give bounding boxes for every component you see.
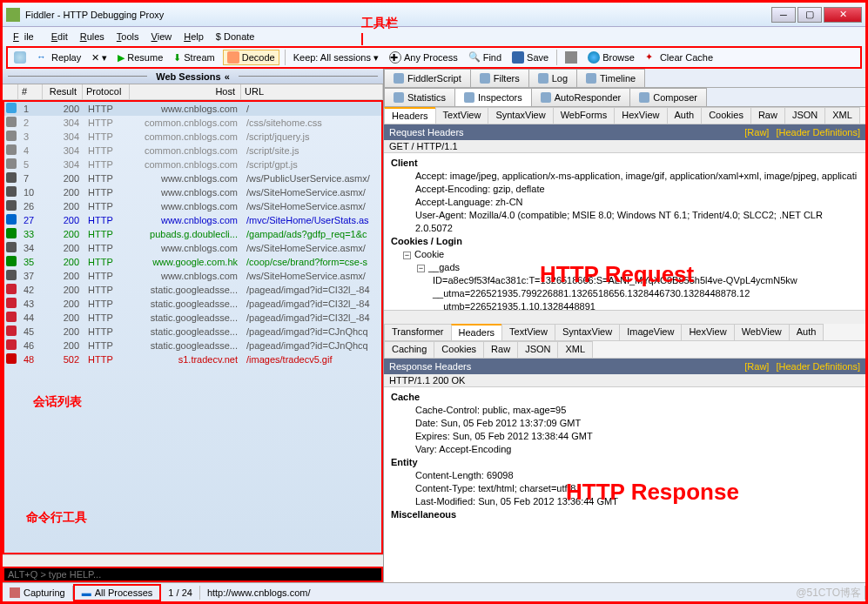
subtab-xml[interactable]: XML	[824, 107, 860, 124]
request-hscroll[interactable]	[384, 310, 865, 324]
remove-button[interactable]: ✕ ▾	[89, 51, 110, 64]
tab-tl[interactable]: Timeline	[576, 69, 645, 87]
decode-button[interactable]: Decode	[223, 50, 279, 65]
stream-button[interactable]: ⬇ Stream	[171, 51, 217, 64]
status-processes[interactable]: ▬All Processes	[73, 584, 162, 601]
session-row[interactable]: 7200HTTPwww.cnblogs.com/ws/PublicUserSer…	[4, 171, 381, 185]
status-count: 1 / 24	[161, 586, 200, 600]
statusbar: Capturing ▬All Processes 1 / 24 http://w…	[3, 582, 865, 601]
res-def-link[interactable]: [Header Definitions]	[776, 361, 860, 372]
menu-help[interactable]: Help	[178, 30, 209, 44]
resume-button[interactable]: ▶ Resume	[115, 51, 165, 64]
subtab-caching[interactable]: Caching	[384, 341, 434, 358]
subtab-xml[interactable]: XML	[557, 341, 593, 358]
find-button[interactable]: 🔍Find	[466, 50, 504, 64]
subtab-syntaxview[interactable]: SyntaxView	[488, 107, 553, 124]
menu-edit[interactable]: Edit	[46, 30, 73, 44]
sessions-hscroll[interactable]	[3, 554, 383, 567]
req-raw-link[interactable]: [Raw]	[744, 127, 769, 138]
col-protocol[interactable]: Protocol	[83, 84, 130, 99]
session-row[interactable]: 1200HTTPwww.cnblogs.com/	[4, 102, 381, 116]
maximize-button[interactable]: ▢	[797, 7, 822, 23]
tab-fl[interactable]: Filters	[470, 69, 529, 87]
session-row[interactable]: 26200HTTPwww.cnblogs.com/ws/SiteHomeServ…	[4, 199, 381, 213]
sessions-list[interactable]: 1200HTTPwww.cnblogs.com/2304HTTPcommon.c…	[3, 100, 383, 554]
col-id[interactable]: #	[18, 84, 43, 99]
subtab-auth[interactable]: Auth	[789, 324, 824, 340]
tree-toggle-icon[interactable]: −	[417, 265, 425, 272]
subtab-raw[interactable]: Raw	[483, 341, 518, 358]
response-headers-bar: Response Headers [Raw][Header Definition…	[384, 359, 865, 374]
subtab-imageview[interactable]: ImageView	[619, 324, 682, 340]
status-capturing[interactable]: Capturing	[3, 586, 73, 600]
session-row[interactable]: 3304HTTPcommon.cnblogs.com/script/jquery…	[4, 130, 381, 144]
subtab-syntaxview[interactable]: SyntaxView	[555, 324, 620, 340]
menu-donate[interactable]: $ Donate	[211, 30, 260, 44]
menubar: File Edit Rules Tools View Help $ Donate	[3, 27, 865, 46]
detail-pane: FiddlerScriptFiltersLogTimeline Statisti…	[384, 69, 865, 582]
req-def-link[interactable]: [Header Definitions]	[776, 127, 860, 138]
menu-rules[interactable]: Rules	[75, 30, 110, 44]
tab-cp[interactable]: Composer	[629, 88, 707, 106]
session-row[interactable]: 27200HTTPwww.cnblogs.com/mvc/SiteHome/Us…	[4, 213, 381, 227]
session-row[interactable]: 43200HTTPstatic.googleadsse.../pagead/im…	[4, 297, 381, 311]
request-body[interactable]: Client Accept: image/jpeg, application/x…	[384, 153, 865, 310]
tree-toggle-icon[interactable]: −	[403, 252, 411, 259]
watermark: @51CTO博客	[796, 586, 861, 601]
keep-dropdown[interactable]: Keep: All sessions ▾	[291, 51, 381, 64]
subtab-json[interactable]: JSON	[784, 107, 825, 124]
quickexec-input[interactable]	[3, 567, 383, 582]
session-row[interactable]: 4304HTTPcommon.cnblogs.com/script/site.j…	[4, 144, 381, 158]
response-line: HTTP/1.1 200 OK	[384, 374, 865, 387]
subtab-json[interactable]: JSON	[517, 341, 558, 358]
menu-file[interactable]: File	[8, 30, 44, 44]
subtab-webview[interactable]: WebView	[734, 324, 790, 340]
subtab-headers[interactable]: Headers	[451, 324, 503, 340]
browse-button[interactable]: Browse	[585, 50, 637, 64]
subtab-textview[interactable]: TextView	[501, 324, 555, 340]
menu-view[interactable]: View	[146, 30, 178, 44]
close-button[interactable]: ✕	[824, 7, 862, 23]
response-body[interactable]: Cache Cache-Control: public, max-age=95 …	[384, 387, 865, 582]
session-row[interactable]: 44200HTTPstatic.googleadsse.../pagead/im…	[4, 311, 381, 325]
col-url[interactable]: URL	[241, 84, 383, 99]
session-row[interactable]: 45200HTTPstatic.googleadsse.../pagead/im…	[4, 325, 381, 339]
session-row[interactable]: 48502HTTPs1.tradecv.net/images/tradecv5.…	[4, 352, 381, 366]
comment-button[interactable]	[11, 50, 29, 64]
screenshot-button[interactable]	[562, 50, 580, 64]
subtab-hexview[interactable]: HexView	[681, 324, 734, 340]
save-button[interactable]: Save	[509, 50, 551, 64]
subtab-webforms[interactable]: WebForms	[553, 107, 616, 124]
session-row[interactable]: 5304HTTPcommon.cnblogs.com/script/gpt.js	[4, 158, 381, 171]
replay-button[interactable]: ↔Replay	[34, 50, 84, 64]
tab-lg[interactable]: Log	[528, 69, 577, 87]
app-icon	[6, 8, 20, 22]
subtab-raw[interactable]: Raw	[750, 107, 785, 124]
subtab-hexview[interactable]: HexView	[614, 107, 667, 124]
clear-cache-button[interactable]: ✦Clear Cache	[643, 50, 716, 64]
tab-st[interactable]: Statistics	[384, 88, 455, 106]
subtab-textview[interactable]: TextView	[435, 107, 489, 124]
col-result[interactable]: Result	[43, 84, 83, 99]
session-row[interactable]: 37200HTTPwww.cnblogs.com/ws/SiteHomeServ…	[4, 269, 381, 283]
tab-fs[interactable]: FiddlerScript	[384, 69, 471, 87]
minimize-button[interactable]: ─	[771, 7, 796, 23]
session-row[interactable]: 2304HTTPcommon.cnblogs.com/css/sitehome.…	[4, 116, 381, 130]
any-process-button[interactable]: ✚ Any Process	[387, 50, 461, 64]
subtab-headers[interactable]: Headers	[384, 107, 436, 124]
session-row[interactable]: 35200HTTPwww.google.com.hk/coop/cse/bran…	[4, 255, 381, 269]
menu-tools[interactable]: Tools	[111, 30, 145, 44]
subtab-transformer[interactable]: Transformer	[384, 324, 452, 340]
session-row[interactable]: 42200HTTPstatic.googleadsse.../pagead/im…	[4, 283, 381, 297]
session-row[interactable]: 10200HTTPwww.cnblogs.com/ws/SiteHomeServ…	[4, 185, 381, 199]
subtab-auth[interactable]: Auth	[667, 107, 703, 124]
tab-in[interactable]: Inspectors	[454, 88, 532, 106]
session-row[interactable]: 34200HTTPwww.cnblogs.com/ws/SiteHomeServ…	[4, 241, 381, 255]
session-row[interactable]: 33200HTTPpubads.g.doublecli.../gampad/ad…	[4, 227, 381, 241]
col-host[interactable]: Host	[130, 84, 241, 99]
subtab-cookies[interactable]: Cookies	[701, 107, 751, 124]
session-row[interactable]: 46200HTTPstatic.googleadsse.../pagead/im…	[4, 339, 381, 352]
res-raw-link[interactable]: [Raw]	[744, 361, 769, 372]
subtab-cookies[interactable]: Cookies	[434, 341, 484, 358]
tab-ar[interactable]: AutoResponder	[531, 88, 630, 106]
